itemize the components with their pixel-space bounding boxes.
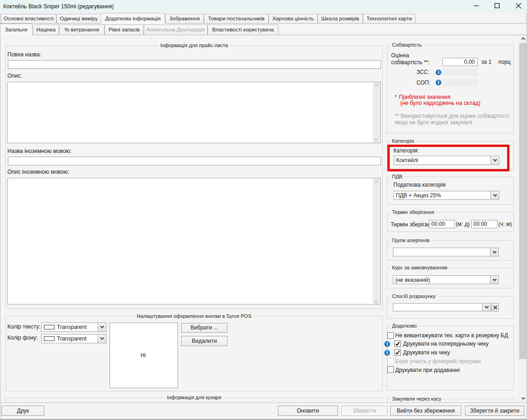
svg-text:i: i [438, 79, 439, 85]
svg-text:i: i [386, 341, 388, 347]
svg-text:i: i [386, 350, 388, 355]
svg-text:i: i [438, 69, 439, 75]
